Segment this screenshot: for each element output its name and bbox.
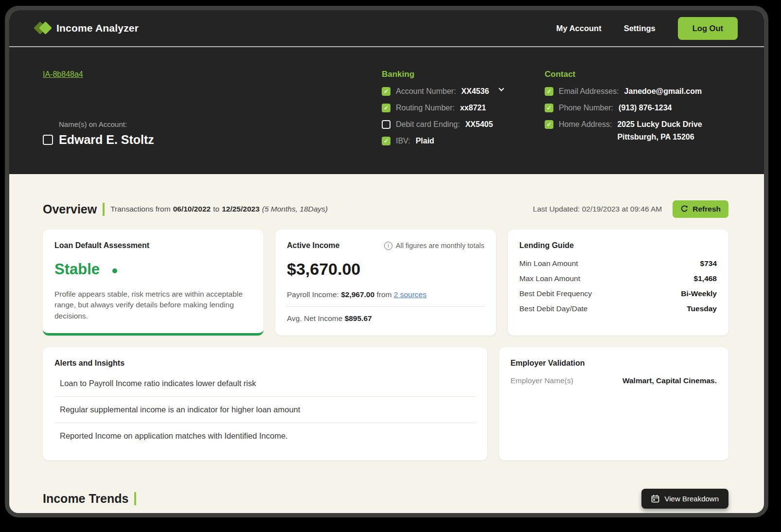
lending-row-min: Min Loan Amount $734 bbox=[519, 256, 717, 271]
ibv-checkbox[interactable]: ✓ bbox=[382, 137, 390, 145]
active-income-title: Active Income bbox=[287, 241, 339, 250]
name-checkbox[interactable]: ✓ bbox=[43, 135, 53, 145]
active-income-card: Active Income i All figures are monthly … bbox=[275, 230, 496, 336]
alert-item: Regular supplemental income is an indica… bbox=[54, 397, 476, 423]
report-id-link[interactable]: IA-8b848a4 bbox=[43, 70, 83, 79]
from-word: from bbox=[376, 290, 391, 299]
payroll-amount: $2,967.00 bbox=[341, 290, 374, 299]
max-loan-value: $1,468 bbox=[694, 271, 717, 286]
avg-net-income-line: Avg. Net Income $895.67 bbox=[287, 314, 484, 323]
overview-header-row: Overview Transactions from 06/10/2022 to… bbox=[43, 200, 728, 218]
alerts-insights-card: Alerts and Insights Loan to Payroll Inco… bbox=[43, 347, 487, 461]
debit-frequency-label: Best Debit Frequency bbox=[519, 286, 592, 301]
email-checkbox[interactable]: ✓ bbox=[545, 87, 553, 96]
banking-row-ibv: ✓ IBV: Plaid bbox=[382, 136, 503, 146]
logout-button[interactable]: Log Out bbox=[678, 17, 738, 40]
alert-item: Loan to Payroll Income ratio indicates l… bbox=[54, 371, 476, 397]
view-breakdown-button[interactable]: View Breakdown bbox=[641, 489, 728, 509]
to-word: to bbox=[213, 205, 219, 213]
overview-subtitle: Transactions from 06/10/2022 to 12/25/20… bbox=[110, 205, 328, 213]
note-text: All figures are monthly totals bbox=[396, 242, 484, 249]
assessment-status-row: Stable bbox=[54, 261, 252, 278]
employer-value: Walmart, Capital Cinemas. bbox=[622, 376, 717, 385]
active-income-header: Active Income i All figures are monthly … bbox=[287, 241, 484, 250]
contact-row-email: ✓ Email Addresses: Janedoe@gmail.com bbox=[545, 87, 702, 96]
main-content: Overview Transactions from 06/10/2022 to… bbox=[9, 174, 764, 517]
last-updated-text: Last Updated: 02/19/2023 at 09:46 AM bbox=[533, 205, 662, 213]
contact-row-address: ✓ Home Address: 2025 Lucky Duck Drive Pi… bbox=[545, 120, 702, 142]
logo-diamonds-icon bbox=[35, 21, 52, 35]
account-number-checkbox[interactable]: ✓ bbox=[382, 87, 390, 96]
date-to: 12/25/2023 bbox=[222, 205, 260, 213]
overview-title: Overview bbox=[43, 202, 97, 216]
refresh-button[interactable]: Refresh bbox=[673, 200, 728, 218]
lending-guide-card: Lending Guide Min Loan Amount $734 Max L… bbox=[508, 230, 728, 336]
sources-link[interactable]: 2 sources bbox=[394, 290, 426, 299]
payroll-label: Payroll Income: bbox=[287, 290, 339, 299]
address-line2: Pittsburgh, PA 15206 bbox=[617, 132, 702, 142]
banking-row-routing: ✓ Routing Number: xx8721 bbox=[382, 103, 503, 113]
loan-default-assessment-card: Loan Default Assessment Stable Profile a… bbox=[43, 230, 264, 336]
alerts-title: Alerts and Insights bbox=[54, 359, 476, 368]
status-dot-icon bbox=[112, 268, 117, 273]
employer-title: Employer Validation bbox=[511, 359, 717, 368]
phone-label: Phone Number: bbox=[559, 103, 613, 113]
address-label: Home Address: bbox=[559, 120, 612, 129]
active-income-amount: $3,670.00 bbox=[287, 260, 484, 279]
banking-row-account: ✓ Account Number: XX4536 bbox=[382, 87, 503, 96]
max-loan-label: Max Loan Amount bbox=[519, 271, 580, 286]
contact-title: Contact bbox=[545, 70, 702, 79]
address-value: 2025 Lucky Duck Drive Pittsburgh, PA 152… bbox=[617, 120, 702, 142]
debit-card-value: XX5405 bbox=[465, 120, 493, 129]
routing-number-value: xx8721 bbox=[460, 103, 486, 113]
min-loan-value: $734 bbox=[700, 256, 717, 271]
address-line1: 2025 Lucky Duck Drive bbox=[617, 120, 702, 128]
ibv-label: IBV: bbox=[396, 136, 410, 146]
lending-row-max: Max Loan Amount $1,468 bbox=[519, 271, 717, 286]
duration-text: (5 Months, 18Days) bbox=[262, 205, 328, 213]
account-header: IA-8b848a4 Name(s) on Account: ✓ Edward … bbox=[9, 47, 764, 174]
banking-column: Banking ✓ Account Number: XX4536 ✓ Routi… bbox=[382, 70, 503, 153]
chevron-down-icon[interactable] bbox=[498, 86, 504, 91]
debit-day-value: Tuesday bbox=[687, 301, 717, 316]
account-name: Edward E. Stoltz bbox=[59, 133, 154, 147]
lending-row-frequency: Best Debit Frequency Bi-Weekly bbox=[519, 286, 717, 301]
nav-settings[interactable]: Settings bbox=[624, 24, 656, 33]
card-divider bbox=[287, 306, 484, 307]
avg-label: Avg. Net Income bbox=[287, 314, 342, 322]
monthly-totals-note: i All figures are monthly totals bbox=[384, 242, 484, 250]
info-icon[interactable]: i bbox=[384, 242, 392, 250]
payroll-income-line: Payroll Income: $2,967.00 from 2 sources bbox=[287, 290, 484, 299]
banking-row-debit: ✓ Debit card Ending: XX5405 bbox=[382, 120, 503, 129]
app-window: Income Analyzer My Account Settings Log … bbox=[5, 6, 768, 517]
employer-validation-card: Employer Validation Employer Name(s) Wal… bbox=[499, 347, 728, 461]
avg-value: $895.67 bbox=[345, 314, 372, 322]
assessment-status: Stable bbox=[54, 261, 100, 278]
account-number-label: Account Number: bbox=[396, 87, 456, 96]
brand: Income Analyzer bbox=[35, 21, 139, 35]
app-title: Income Analyzer bbox=[56, 22, 139, 34]
routing-number-checkbox[interactable]: ✓ bbox=[382, 104, 390, 112]
contact-column: Contact ✓ Email Addresses: Janedoe@gmail… bbox=[545, 70, 702, 149]
alerts-list: Loan to Payroll Income ratio indicates l… bbox=[54, 371, 476, 449]
view-breakdown-label: View Breakdown bbox=[665, 495, 719, 503]
refresh-label: Refresh bbox=[692, 205, 721, 213]
debit-card-checkbox[interactable]: ✓ bbox=[382, 120, 390, 129]
income-trends-title: Income Trends bbox=[43, 492, 128, 506]
top-nav: Income Analyzer My Account Settings Log … bbox=[9, 10, 764, 46]
debit-frequency-value: Bi-Weekly bbox=[681, 286, 717, 301]
routing-number-label: Routing Number: bbox=[396, 103, 455, 113]
assessment-description: Profile appears stable, risk metrics are… bbox=[54, 289, 252, 321]
phone-checkbox[interactable]: ✓ bbox=[545, 104, 553, 112]
date-from: 06/10/2022 bbox=[173, 205, 211, 213]
subtitle-prefix: Transactions from bbox=[110, 205, 170, 213]
nav-links: My Account Settings Log Out bbox=[556, 17, 738, 40]
lending-guide-rows: Min Loan Amount $734 Max Loan Amount $1,… bbox=[519, 256, 717, 316]
email-value: Janedoe@gmail.com bbox=[624, 87, 702, 96]
cards-row-2: Alerts and Insights Loan to Payroll Inco… bbox=[43, 347, 728, 461]
overview-accent-bar bbox=[103, 203, 105, 216]
phone-value: (913) 876-1234 bbox=[619, 103, 672, 113]
nav-my-account[interactable]: My Account bbox=[556, 24, 602, 33]
income-trends-header-row: Income Trends View Breakdown bbox=[43, 489, 728, 509]
address-checkbox[interactable]: ✓ bbox=[545, 120, 553, 129]
